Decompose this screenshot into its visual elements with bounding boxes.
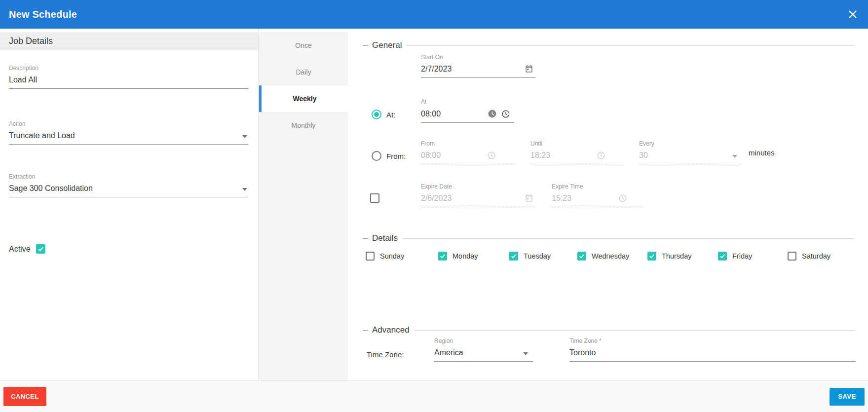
clock-outline-icon[interactable] — [501, 110, 510, 118]
chevron-down-icon[interactable] — [732, 155, 737, 158]
day-label: Tuesday — [524, 252, 551, 260]
region-value[interactable]: America — [434, 348, 523, 357]
at-field-label: At — [421, 98, 514, 105]
checkbox-icon[interactable] — [577, 252, 586, 261]
until-time-field[interactable]: Until 18:23 — [530, 140, 623, 164]
save-button[interactable]: SAVE — [830, 388, 865, 406]
check-icon — [37, 245, 44, 253]
clock-filled-icon[interactable] — [488, 109, 497, 118]
every-value[interactable]: 30 — [639, 151, 732, 160]
from-radio-label: From: — [386, 152, 406, 160]
chevron-down-icon[interactable] — [242, 188, 247, 191]
extraction-select[interactable]: Extraction Sage 300 Consolidation — [9, 173, 248, 197]
action-select[interactable]: Action Truncate and Load — [9, 120, 248, 145]
divider — [414, 330, 855, 331]
checkbox-icon[interactable] — [509, 252, 518, 261]
day-label: Thursday — [662, 252, 691, 260]
time-zone-row-label: Time Zone: — [367, 350, 404, 359]
at-radio[interactable] — [372, 110, 381, 119]
chevron-down-icon[interactable] — [242, 135, 247, 138]
day-label: Wednesday — [592, 252, 629, 260]
day-label: Monday — [453, 252, 478, 260]
close-button[interactable] — [845, 7, 860, 22]
general-section-title: General — [372, 40, 402, 50]
day-saturday[interactable]: Saturday — [788, 252, 830, 261]
close-icon — [848, 9, 858, 19]
divider — [402, 238, 855, 239]
divider — [363, 238, 368, 239]
description-value[interactable]: Load All — [9, 75, 248, 84]
dialog-title: New Schedule — [9, 9, 77, 20]
checkbox-icon[interactable] — [718, 252, 727, 261]
time-zone-field[interactable]: Time Zone * Toronto — [569, 337, 856, 362]
action-value[interactable]: Truncate and Load — [9, 131, 242, 140]
until-field-label: Until — [530, 140, 623, 147]
advanced-section-header: Advanced — [363, 324, 855, 336]
general-section-header: General — [363, 39, 855, 51]
description-label: Description — [9, 65, 248, 72]
active-checkbox[interactable] — [36, 244, 45, 254]
clock-outline-icon[interactable] — [487, 151, 496, 160]
expire-date-field[interactable]: Expire Date 2/6/2023 — [421, 183, 535, 207]
checkbox-icon[interactable] — [438, 252, 447, 261]
action-label: Action — [9, 120, 248, 127]
description-field[interactable]: Description Load All — [9, 65, 248, 89]
active-label: Active — [9, 245, 31, 254]
tab-daily[interactable]: Daily — [259, 59, 348, 85]
region-select[interactable]: Region America — [434, 337, 533, 362]
at-time-value[interactable]: 08:00 — [421, 110, 488, 118]
from-radio-row: From: — [372, 151, 406, 161]
from-radio[interactable] — [372, 151, 381, 161]
day-label: Friday — [732, 252, 752, 260]
day-thursday[interactable]: Thursday — [647, 252, 691, 261]
clock-outline-icon[interactable] — [597, 151, 605, 160]
day-sunday[interactable]: Sunday — [366, 252, 404, 261]
every-field-label: Every — [639, 140, 741, 147]
day-wednesday[interactable]: Wednesday — [577, 252, 629, 261]
checkbox-icon[interactable] — [366, 252, 375, 261]
calendar-icon[interactable] — [525, 194, 533, 203]
time-zone-value[interactable]: Toronto — [569, 348, 856, 357]
dialog-footer: CANCEL SAVE — [0, 380, 868, 412]
expire-date-value[interactable]: 2/6/2023 — [421, 194, 525, 203]
active-row: Active — [9, 244, 45, 254]
schedule-form: General Start On 2/7/2023 At: At 08:00 — [348, 29, 868, 380]
expire-date-label: Expire Date — [421, 183, 535, 190]
start-on-value[interactable]: 2/7/2023 — [421, 65, 525, 74]
job-details-title: Job Details — [9, 36, 53, 46]
extraction-value[interactable]: Sage 300 Consolidation — [9, 184, 242, 193]
checkbox-icon[interactable] — [788, 252, 796, 261]
start-on-label: Start On — [421, 54, 535, 61]
chevron-down-icon[interactable] — [523, 352, 528, 355]
divider — [406, 45, 855, 46]
cancel-button[interactable]: CANCEL — [3, 387, 46, 406]
tab-once[interactable]: Once — [259, 32, 348, 59]
from-time-field[interactable]: From 08:00 — [421, 140, 515, 164]
job-details-panel: Job Details Description Load All Action … — [0, 29, 259, 380]
calendar-icon[interactable] — [525, 65, 533, 74]
expire-time-value[interactable]: 15:23 — [552, 194, 618, 203]
tab-weekly[interactable]: Weekly — [259, 85, 348, 112]
at-time-field[interactable]: At 08:00 — [421, 98, 514, 123]
details-section-header: Details — [363, 232, 855, 244]
start-on-field[interactable]: Start On 2/7/2023 — [421, 54, 535, 78]
expire-time-field[interactable]: Expire Time 15:23 — [552, 183, 643, 207]
every-select[interactable]: Every 30 — [639, 140, 741, 164]
divider — [363, 330, 368, 331]
tab-monthly[interactable]: Monthly — [259, 112, 348, 139]
day-monday[interactable]: Monday — [438, 252, 478, 261]
checkbox-icon[interactable] — [647, 252, 656, 261]
at-radio-row: At: — [372, 110, 395, 119]
new-schedule-dialog: New Schedule Job Details Description Loa… — [0, 0, 868, 412]
job-details-titlebar: Job Details — [0, 32, 258, 50]
expire-checkbox[interactable] — [370, 193, 379, 203]
day-friday[interactable]: Friday — [718, 252, 752, 261]
day-tuesday[interactable]: Tuesday — [509, 252, 551, 261]
extraction-label: Extraction — [9, 173, 248, 180]
advanced-section-title: Advanced — [372, 325, 410, 335]
clock-outline-icon[interactable] — [618, 194, 627, 203]
until-time-value[interactable]: 18:23 — [530, 151, 597, 160]
divider — [363, 45, 368, 46]
from-field-label: From — [421, 140, 515, 147]
from-time-value[interactable]: 08:00 — [421, 151, 487, 160]
